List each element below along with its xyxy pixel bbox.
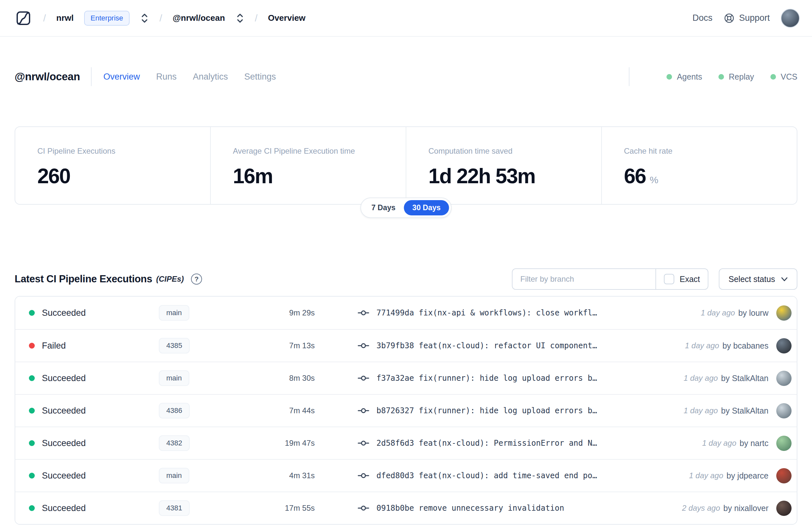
- stat-average-execution-time: Average CI Pipeline Execution time 16m: [210, 127, 406, 204]
- author-avatar[interactable]: [776, 403, 792, 418]
- row-meta: 1 day ago by StalkAltan: [684, 374, 768, 383]
- duration-label: 7m 13s: [240, 341, 315, 350]
- commit-message[interactable]: 771499da fix(nx-api & workflows): close …: [377, 308, 597, 317]
- commit-message[interactable]: dfed80d3 feat(nx-cloud): add time-saved …: [377, 471, 597, 480]
- breadcrumb-workspace[interactable]: @nrwl/ocean: [172, 13, 225, 23]
- status-vcs[interactable]: VCS: [770, 72, 797, 81]
- branch-badge[interactable]: 4385: [159, 338, 190, 354]
- branch-badge[interactable]: 4386: [159, 403, 190, 418]
- author-avatar[interactable]: [776, 338, 792, 354]
- commit-message[interactable]: f37a32ae fix(runner): hide log upload er…: [377, 374, 597, 383]
- user-avatar[interactable]: [781, 9, 800, 28]
- branch-badge[interactable]: main: [159, 468, 189, 483]
- range-30-days-button[interactable]: 30 Days: [404, 200, 449, 215]
- commit-cell[interactable]: dfed80d3 feat(nx-cloud): add time-saved …: [357, 471, 683, 480]
- stats-cards: CI Pipeline Executions 260 Average CI Pi…: [15, 126, 797, 205]
- cipe-section-header: Latest CI Pipeline Executions (CIPEs) ? …: [15, 268, 797, 290]
- time-ago: 1 day ago: [701, 308, 735, 317]
- commit-message[interactable]: 2d58f6d3 feat(nx-cloud): PermissionError…: [377, 439, 597, 448]
- range-7-days-button[interactable]: 7 Days: [363, 200, 404, 215]
- author-avatar[interactable]: [776, 436, 792, 451]
- table-row[interactable]: Succeeded main 4m 31s dfed80d3 feat(nx-c…: [15, 459, 797, 492]
- tab-settings[interactable]: Settings: [244, 72, 276, 82]
- docs-link[interactable]: Docs: [692, 13, 713, 23]
- row-meta: 1 day ago by StalkAltan: [684, 406, 768, 416]
- divider: [91, 67, 92, 86]
- support-link[interactable]: Support: [723, 12, 770, 24]
- commit-cell[interactable]: f37a32ae fix(runner): hide log upload er…: [357, 374, 677, 383]
- branch-badge[interactable]: 4382: [159, 435, 190, 451]
- author-label: by jdpearce: [726, 471, 768, 480]
- author-label: by StalkAltan: [721, 406, 768, 416]
- branch-cell: 4385: [159, 338, 240, 354]
- stat-computation-time-saved: Computation time saved 1d 22h 53m: [406, 127, 601, 204]
- commit-cell[interactable]: b8726327 fix(runner): hide log upload er…: [357, 406, 677, 415]
- tab-runs[interactable]: Runs: [156, 72, 177, 82]
- status-label: Failed: [42, 341, 139, 351]
- table-row[interactable]: Succeeded 4382 19m 47s 2d58f6d3 feat(nx-…: [15, 426, 797, 459]
- commit-cell[interactable]: 3b79fb38 feat(nx-cloud): refactor UI com…: [357, 341, 678, 350]
- stat-label: Cache hit rate: [624, 147, 790, 155]
- branch-badge[interactable]: main: [159, 370, 189, 386]
- chevron-down-icon: [780, 274, 789, 284]
- tab-overview[interactable]: Overview: [103, 72, 140, 82]
- duration-label: 19m 47s: [240, 439, 315, 448]
- status-dot: [29, 343, 35, 349]
- breadcrumb-org[interactable]: nrwl: [56, 13, 73, 23]
- cipe-table: Succeeded main 9m 29s 771499da fix(nx-ap…: [15, 296, 797, 525]
- branch-badge[interactable]: main: [159, 305, 189, 321]
- green-status-dot: [718, 74, 724, 79]
- lifebuoy-icon: [723, 12, 735, 24]
- commit-message[interactable]: 0918b0be remove unnecessary invalidation: [377, 504, 564, 513]
- workspace-tabs: Overview Runs Analytics Settings: [103, 72, 276, 82]
- workspace-selector-chevrons-icon[interactable]: [235, 12, 245, 25]
- status-dot: [29, 408, 35, 414]
- commit-message[interactable]: 3b79fb38 feat(nx-cloud): refactor UI com…: [377, 341, 597, 350]
- table-row[interactable]: Succeeded 4381 17m 55s 0918b0be remove u…: [15, 492, 797, 524]
- help-icon[interactable]: ?: [191, 273, 202, 285]
- git-commit-icon: [357, 471, 369, 480]
- time-ago: 1 day ago: [689, 471, 723, 480]
- duration-label: 4m 31s: [240, 471, 315, 480]
- nx-cloud-logo[interactable]: [14, 9, 33, 28]
- status-dot: [29, 375, 35, 381]
- status-agents[interactable]: Agents: [667, 72, 702, 81]
- green-status-dot: [667, 74, 672, 79]
- table-row[interactable]: Succeeded main 8m 30s f37a32ae fix(runne…: [15, 362, 797, 394]
- status-agents-label: Agents: [677, 72, 702, 81]
- author-label: by nixallover: [723, 504, 768, 513]
- select-status-dropdown[interactable]: Select status: [719, 268, 797, 290]
- page-title: @nrwl/ocean: [15, 71, 80, 83]
- divider: [629, 67, 629, 86]
- status-label: Succeeded: [42, 308, 139, 318]
- stat-value: 16m: [233, 164, 399, 188]
- stat-cache-hit-rate: Cache hit rate 66%: [601, 127, 797, 204]
- status-replay[interactable]: Replay: [718, 72, 754, 81]
- author-avatar[interactable]: [776, 305, 792, 321]
- exact-checkbox[interactable]: [664, 274, 674, 284]
- row-meta: 2 days ago by nixallover: [682, 504, 768, 513]
- commit-cell[interactable]: 771499da fix(nx-api & workflows): close …: [357, 308, 694, 317]
- time-ago: 1 day ago: [702, 439, 736, 448]
- branch-filter-input[interactable]: [512, 269, 656, 289]
- status-dot: [29, 310, 35, 316]
- commit-message[interactable]: b8726327 fix(runner): hide log upload er…: [377, 406, 597, 415]
- org-selector-chevrons-icon[interactable]: [140, 12, 149, 25]
- branch-cell: main: [159, 468, 240, 483]
- status-dot: [29, 440, 35, 446]
- table-row[interactable]: Succeeded main 9m 29s 771499da fix(nx-ap…: [15, 297, 797, 329]
- author-avatar[interactable]: [776, 468, 792, 483]
- duration-label: 17m 55s: [240, 504, 315, 513]
- tab-analytics[interactable]: Analytics: [193, 72, 228, 82]
- branch-badge[interactable]: 4381: [159, 500, 190, 516]
- author-label: by lourw: [738, 308, 768, 318]
- table-row[interactable]: Succeeded 4386 7m 44s b8726327 fix(runne…: [15, 394, 797, 426]
- commit-cell[interactable]: 0918b0be remove unnecessary invalidation: [357, 504, 676, 513]
- author-avatar[interactable]: [776, 371, 792, 386]
- author-avatar[interactable]: [776, 501, 792, 516]
- git-commit-icon: [357, 439, 369, 447]
- commit-cell[interactable]: 2d58f6d3 feat(nx-cloud): PermissionError…: [357, 439, 696, 448]
- table-row[interactable]: Failed 4385 7m 13s 3b79fb38 feat(nx-clou…: [15, 329, 797, 362]
- duration-label: 8m 30s: [240, 374, 315, 383]
- service-statuses: Agents Replay VCS: [629, 67, 797, 86]
